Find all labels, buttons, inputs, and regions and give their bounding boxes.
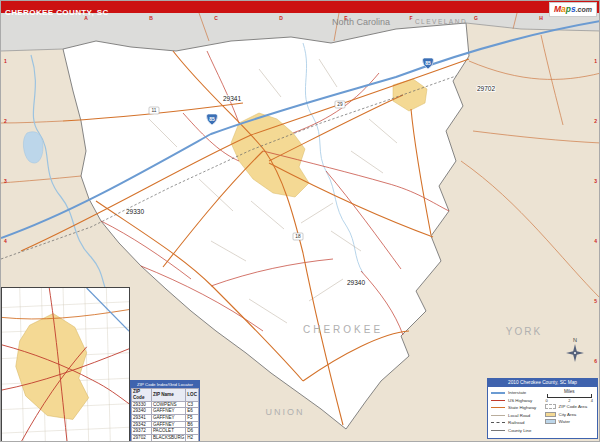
maps-com-logo: Maps.com — [549, 2, 597, 17]
legend-label: City Area — [559, 412, 577, 417]
svg-text:4: 4 — [594, 238, 597, 244]
route-number: 29 — [337, 102, 343, 107]
railroad-swatch — [491, 422, 505, 423]
zip-index-table: ZIP Code ZIP Name LOC 29330 COWPENS C3 2… — [131, 388, 199, 442]
interstate-swatch — [491, 392, 505, 394]
svg-text:G: G — [474, 15, 478, 21]
svg-text:4: 4 — [4, 238, 7, 244]
col-zip-name: ZIP Name — [151, 389, 185, 401]
county-label-york: YORK — [506, 326, 542, 337]
logo-letter: .com — [576, 6, 592, 13]
local-road-swatch — [491, 415, 505, 416]
svg-text:6: 6 — [594, 358, 597, 364]
zip-label-29330: 29330 — [126, 208, 144, 215]
svg-text:1: 1 — [594, 58, 597, 64]
legend-label: US Highway — [508, 398, 532, 403]
city-area-swatch — [545, 412, 556, 417]
water-swatch — [545, 419, 556, 424]
cell: C3 — [186, 401, 199, 408]
legend-title: 2010 Cherokee County, SC Map — [488, 379, 597, 387]
scale-tick: 2 — [568, 398, 570, 403]
scale-tick: 4 — [591, 398, 593, 403]
page-title: CHEROKEE COUNTY, SC — [1, 7, 109, 19]
legend-item: Railroad — [491, 419, 541, 427]
county-label-cleveland: CLEVELAND — [415, 18, 467, 25]
map-legend: 2010 Cherokee County, SC Map Interstate … — [487, 378, 598, 439]
cell: COWPENS — [151, 401, 185, 408]
state-label-north-carolina: North Carolina — [332, 17, 390, 27]
cell: BLACKSBURG — [151, 435, 185, 442]
cell: 29372 — [132, 428, 152, 435]
inset-map — [1, 287, 130, 442]
legend-label: Railroad — [508, 420, 524, 425]
svg-text:2: 2 — [594, 118, 597, 124]
table-row: 29702 BLACKSBURG H2 — [132, 435, 199, 442]
table-row: 29372 PACOLET D6 — [132, 428, 199, 435]
county-line-swatch — [491, 430, 505, 431]
zip-label-29341: 29341 — [223, 95, 241, 102]
cell: 29702 — [132, 435, 152, 442]
route-marker-11: 11 — [149, 107, 159, 114]
route-number: 11 — [152, 108, 157, 113]
shield-number: 85 — [425, 60, 431, 66]
legend-item: ZIP Code Area — [545, 403, 595, 411]
cell: H2 — [186, 435, 199, 442]
legend-label: Local Road — [508, 413, 530, 418]
title-bar: CHEROKEE COUNTY, SC — [1, 1, 600, 13]
svg-text:C: C — [214, 15, 218, 21]
cell: PACOLET — [151, 428, 185, 435]
svg-text:3: 3 — [4, 178, 7, 184]
legend-right-column: Miles 0 2 4 ZIP Code Area City Area Wate… — [545, 389, 595, 434]
map-page: CHEROKEE COUNTY, SC Maps.com — [0, 0, 600, 442]
county-label-union: UNION — [266, 407, 305, 417]
legend-item: County Line — [491, 426, 541, 434]
inset-map-art — [2, 288, 129, 441]
zip-label-29702: 29702 — [477, 85, 495, 92]
legend-item: City Area — [545, 410, 595, 418]
zip-code-index: ZIP Code Index/Grid Locator ZIP Code ZIP… — [130, 380, 200, 442]
table-row: 29341 GAFFNEY F5 — [132, 415, 199, 422]
compass-center — [574, 352, 576, 354]
route-marker-18: 18 — [293, 233, 303, 240]
svg-text:B: B — [149, 15, 153, 21]
shield-number: 85 — [209, 116, 215, 122]
legend-label: ZIP Code Area — [559, 404, 588, 409]
cell: B6 — [186, 421, 199, 428]
legend-item: Interstate — [491, 389, 541, 397]
legend-label: County Line — [508, 428, 531, 433]
legend-item: State Highway — [491, 404, 541, 412]
legend-item: Local Road — [491, 411, 541, 419]
us-highway-swatch — [491, 400, 505, 401]
zip-label-29340: 29340 — [347, 279, 365, 286]
svg-text:2: 2 — [4, 118, 7, 124]
legend-item: US Highway — [491, 396, 541, 404]
legend-left-column: Interstate US Highway State Highway Loca… — [491, 389, 541, 434]
state-highway-swatch — [491, 407, 505, 408]
cell: GAFFNEY — [151, 415, 185, 422]
cell: D6 — [186, 428, 199, 435]
svg-text:1: 1 — [4, 58, 7, 64]
col-loc: LOC — [186, 389, 199, 401]
svg-text:F: F — [409, 15, 412, 21]
cell: 29340 — [132, 408, 152, 415]
legend-label: Water — [559, 419, 571, 424]
legend-label: State Highway — [508, 405, 536, 410]
zip-index-title: ZIP Code Index/Grid Locator — [131, 381, 199, 388]
table-row: 29342 GAFFNEY B6 — [132, 421, 199, 428]
route-marker-29: 29 — [335, 101, 345, 108]
legend-item: Water — [545, 418, 595, 426]
compass-north-label: N — [573, 337, 577, 343]
cell: GAFFNEY — [151, 408, 185, 415]
cell: 29341 — [132, 415, 152, 422]
county-label-cherokee: CHEROKEE — [303, 324, 383, 335]
col-zip-code: ZIP Code — [132, 389, 152, 401]
svg-text:H: H — [539, 15, 543, 21]
scale-tick: 0 — [546, 398, 548, 403]
svg-text:D: D — [279, 15, 283, 21]
cell: E6 — [186, 408, 199, 415]
cell: F5 — [186, 415, 199, 422]
svg-text:5: 5 — [594, 298, 597, 304]
cell: GAFFNEY — [151, 421, 185, 428]
route-number: 18 — [295, 234, 301, 239]
cell: 29330 — [132, 401, 152, 408]
